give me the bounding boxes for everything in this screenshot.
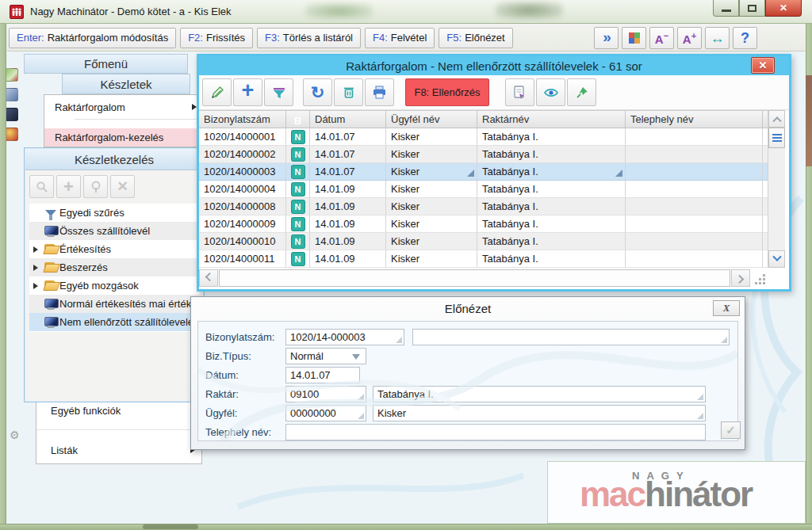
cell-datum: 14.01.07 <box>310 128 386 146</box>
column-header-bizonylatszam[interactable]: Bizonylatszám <box>199 111 286 128</box>
help-button[interactable]: ? <box>733 27 757 49</box>
fomenu-header[interactable]: Főmenü <box>24 54 188 74</box>
table-row[interactable]: 1020/14000010 N 14.01.09 Kisker Tatabány… <box>199 233 768 250</box>
mini-app-icon[interactable] <box>5 128 18 141</box>
menu-item-raktarforgalom-kezeles[interactable]: Raktárforgalom-kezelés <box>44 128 203 147</box>
add-row-button[interactable]: + <box>233 78 262 106</box>
f5-preview-button[interactable]: F5: Előnézet <box>439 28 512 48</box>
vertical-scroll-thumb[interactable] <box>768 128 785 148</box>
f3-delete-from-list-button[interactable]: F3: Törlés a listáról <box>257 28 361 48</box>
ugyfel-code-field[interactable]: 00000000 <box>285 405 366 421</box>
view-button[interactable] <box>536 78 565 106</box>
tree-item-egyeb-mozgasok[interactable]: Egyéb mozgások <box>29 276 199 295</box>
table-row[interactable]: 1020/14000009 N 14.01.09 Kisker Tatabány… <box>199 215 768 233</box>
table-row[interactable]: 1020/14000004 N 14.01.09 Kisker Tatabány… <box>199 181 768 198</box>
table-row[interactable]: 1020/14000011 N 14.01.09 Kisker Tatabány… <box>199 250 768 268</box>
font-increase-button[interactable]: A+ <box>677 27 702 49</box>
tree-item-ertekesites[interactable]: Értékesítés <box>29 240 199 258</box>
preview-close-button[interactable]: X <box>713 300 740 316</box>
add-button[interactable]: + <box>56 175 81 198</box>
tree-icon <box>90 181 102 193</box>
enter-modify-button[interactable]: Enter: Raktárforgalom módosítás <box>9 28 176 48</box>
fit-width-button[interactable]: ↔ <box>705 27 730 49</box>
tree-view-button[interactable] <box>83 175 108 198</box>
bizonylatszam-name-field[interactable] <box>412 329 730 345</box>
cell-telephely <box>626 250 763 268</box>
mini-app-icon[interactable] <box>5 108 18 121</box>
delete-button[interactable] <box>334 78 363 106</box>
table-row[interactable]: 1020/14000008 N 14.01.09 Kisker Tatabány… <box>199 198 768 215</box>
horizontal-scroll-thumb[interactable] <box>219 269 730 287</box>
color-theme-button[interactable] <box>622 27 646 49</box>
tree-item-osszes-szallitolevel[interactable]: Összes szállítólevél <box>29 222 199 240</box>
scroll-right-button[interactable] <box>731 269 750 287</box>
ugyfel-name-field[interactable]: Kisker <box>373 405 706 421</box>
raktar-code-field[interactable]: 09100 <box>285 386 366 402</box>
report-button[interactable] <box>505 78 534 106</box>
vertical-scrollbar[interactable] <box>768 110 785 268</box>
column-header-datum[interactable]: Dátum <box>310 111 386 128</box>
search-button[interactable] <box>29 175 54 198</box>
question-mark-icon: ? <box>741 30 749 47</box>
maximize-button[interactable] <box>739 0 765 17</box>
expand-arrow-icon[interactable] <box>33 283 38 289</box>
table-row[interactable]: 1020/14000001 N 14.01.07 Kisker Tatabány… <box>199 128 768 146</box>
raktar-name-field[interactable]: Tatabánya I. <box>373 386 706 402</box>
minimize-button[interactable] <box>713 0 739 17</box>
refresh-button[interactable]: ↻ <box>303 78 332 106</box>
column-header-b[interactable]: B <box>286 111 310 128</box>
popup-close-button[interactable]: ✕ <box>751 57 775 74</box>
mini-app-icon[interactable] <box>5 88 18 101</box>
tree-item-egyedi-szures[interactable]: Egyedi szűrés <box>29 204 199 222</box>
column-header-raktarnev[interactable]: Raktárnév <box>477 111 626 128</box>
trash-icon <box>342 85 356 100</box>
pin-button[interactable] <box>567 78 596 106</box>
f2-refresh-button[interactable]: F2: Frissítés <box>180 28 253 48</box>
expand-arrow-icon[interactable] <box>33 246 38 253</box>
cell-datum: 14.01.09 <box>310 198 386 215</box>
biztipus-select[interactable]: Normál <box>285 348 366 364</box>
gear-icon[interactable]: ⚙ <box>10 429 20 441</box>
font-decrease-button[interactable]: A− <box>649 27 674 49</box>
lookup-triangle-icon[interactable] <box>467 170 474 177</box>
tree-item-nem-ellenorzott[interactable]: Nem ellenőrzött szállítólevelek <box>29 313 199 331</box>
column-header-ugyfel-nev[interactable]: Ügyfél név <box>386 111 477 128</box>
keszletek-header[interactable]: Készletek <box>62 74 190 94</box>
f8-check-button[interactable]: F8: Ellenőrzés <box>405 78 489 106</box>
tree-item-normal-ertekesites[interactable]: Normál értékesítés mai értékesítés <box>29 295 199 313</box>
menu-item-listak[interactable]: Listák <box>36 437 201 463</box>
column-header-telephely-nev[interactable]: Telephely név <box>626 111 763 128</box>
menu-item-egyeb-funkciok[interactable]: Egyéb funkciók <box>36 402 201 430</box>
close-button[interactable]: ✕ <box>765 0 802 17</box>
confirm-button[interactable]: ✓ <box>721 421 741 439</box>
edit-button[interactable] <box>202 78 232 106</box>
expand-arrow-icon[interactable] <box>33 265 38 271</box>
cell-telephely <box>626 233 763 250</box>
scroll-left-button[interactable] <box>199 269 218 287</box>
bizonylatszam-field[interactable]: 1020/14-000003 <box>285 329 404 345</box>
cell-ugyfel: Kisker <box>386 198 477 215</box>
font-decrease-icon: A− <box>655 31 668 46</box>
cell-telephely <box>626 128 763 146</box>
search-icon <box>36 181 48 193</box>
table-row-selected[interactable]: 1020/14000003 N 14.01.07 Kisker Tatabány… <box>199 163 768 181</box>
tree-item-beszerzes[interactable]: Beszerzés <box>29 258 199 276</box>
table-row[interactable]: 1020/14000002 N 14.01.07 Kisker Tatabány… <box>199 146 768 163</box>
f4-add-button[interactable]: F4: Felvétel <box>365 28 435 48</box>
datum-field[interactable]: 14.01.07 <box>285 367 360 383</box>
mini-app-icon[interactable] <box>5 68 18 82</box>
expand-panel-button[interactable]: » <box>594 27 619 49</box>
status-badge: N <box>292 200 304 213</box>
resize-grip[interactable] <box>750 269 768 287</box>
print-button[interactable] <box>365 78 394 106</box>
scroll-track[interactable] <box>768 148 785 250</box>
filter-button[interactable] <box>264 78 293 106</box>
scroll-up-button[interactable] <box>768 110 785 128</box>
clear-filter-button[interactable]: ✕ <box>110 175 135 198</box>
telephely-field[interactable] <box>285 424 706 440</box>
lookup-triangle-icon[interactable] <box>615 170 622 177</box>
horizontal-arrows-icon: ↔ <box>710 30 725 47</box>
horizontal-scrollbar[interactable] <box>199 269 768 287</box>
scroll-down-button[interactable] <box>768 250 785 268</box>
menu-item-raktarforgalom[interactable]: Raktárforgalom <box>44 95 203 119</box>
